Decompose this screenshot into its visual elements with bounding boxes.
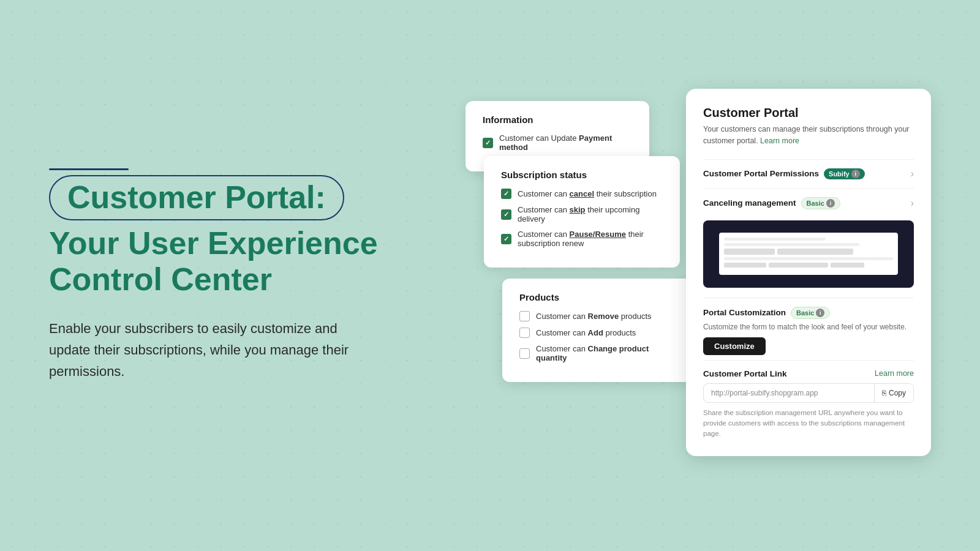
badge-basic-customization: Basic i (791, 307, 830, 319)
headline-part2: Your User Experience (49, 225, 378, 261)
permissions-text: Customer Portal Permissions (703, 169, 819, 178)
customize-button[interactable]: Customize (703, 337, 766, 355)
card-container: Information Customer can Update Payment … (466, 77, 931, 474)
preview-line-2 (724, 243, 859, 246)
prod-checkbox-3 (519, 348, 530, 359)
copy-icon: ⎘ (882, 389, 886, 397)
copy-label: Copy (889, 389, 906, 397)
prod-item-3-bold: Change product quantity (536, 344, 649, 362)
panel-subtitle: Your customers can manage their subscrip… (703, 124, 914, 147)
prod-item-1-text: Customer can Remove products (536, 312, 652, 321)
learn-more-link-subtitle[interactable]: Learn more (760, 137, 799, 145)
body-text: Enable your subscribers to easily custom… (49, 318, 368, 383)
portal-link-title: Customer Portal Link (703, 369, 787, 378)
badge-basic-canceling: Basic i (801, 197, 840, 209)
right-section: Information Customer can Update Payment … (466, 0, 931, 551)
portal-link-desc: Share the subscription management URL an… (703, 408, 914, 440)
prod-item-3-text: Customer can Change product quantity (536, 344, 681, 362)
prod-checkbox-1 (519, 311, 530, 321)
portal-cust-title: Portal Customization Basic i (703, 307, 914, 319)
headline-portal-box: Customer Portal: (49, 175, 344, 220)
preview-block-gray (777, 249, 853, 255)
preview-block-2b (769, 263, 828, 268)
panel-main: Customer Portal Your customers can manag… (686, 89, 931, 456)
portal-link-input[interactable] (704, 384, 874, 402)
sub-checkbox-3 (501, 234, 511, 244)
prod-checkbox-2 (519, 328, 530, 338)
copy-button[interactable]: ⎘ Copy (874, 384, 913, 402)
panel-title: Customer Portal (703, 106, 914, 120)
preview-line-3 (724, 257, 893, 260)
canceling-text: Canceling management (703, 198, 796, 208)
portal-cust-title-text: Portal Customization (703, 308, 786, 317)
card-info-title: Information (483, 114, 632, 125)
sub-item-1: Customer can cancel their subscription (501, 189, 663, 199)
panel-row-canceling[interactable]: Canceling management Basic i › (703, 188, 914, 218)
preview-row-1 (724, 249, 893, 255)
preview-block-2c (831, 263, 864, 268)
preview-block-green (724, 249, 775, 255)
sub-item-3: Customer can Pause/Resume their subscrip… (501, 230, 663, 248)
prod-item-2-bold: Add (588, 328, 603, 337)
sub-item-1-bold: cancel (570, 189, 594, 198)
prod-item-2: Customer can Add products (519, 328, 681, 338)
prod-item-3: Customer can Change product quantity (519, 344, 681, 362)
info-item-1-bold: Payment method (499, 133, 612, 152)
sub-item-2: Customer can skip their upcoming deliver… (501, 205, 663, 223)
basic-info-icon-cust: i (816, 309, 824, 317)
basic-info-icon-canceling: i (826, 199, 835, 208)
badge-basic-cust-text: Basic (796, 309, 814, 317)
panel-row-canceling-label: Canceling management Basic i (703, 197, 840, 209)
checkbox-checked-icon (483, 138, 493, 148)
sub-item-2-bold: skip (570, 205, 586, 214)
left-section: Customer Portal: Your User Experience Co… (49, 168, 429, 382)
panel-row-permissions-label: Customer Portal Permissions Subify i (703, 168, 865, 179)
preview-row-2 (724, 263, 893, 268)
headline-part1: Customer Portal: (67, 179, 326, 215)
portal-link-section: Customer Portal Link Learn more ⎘ Copy S… (703, 360, 914, 440)
prod-item-1: Customer can Remove products (519, 311, 681, 321)
prod-item-2-text: Customer can Add products (536, 328, 636, 337)
card-subscription: Subscription status Customer can cancel … (484, 156, 680, 268)
sub-item-1-text: Customer can cancel their subscription (518, 189, 657, 198)
sub-checkbox-2 (501, 209, 511, 220)
sub-checkbox-1 (501, 189, 511, 199)
page-content: Customer Portal: Your User Experience Co… (0, 0, 980, 551)
info-item-1-text: Customer can Update Payment method (499, 133, 632, 152)
subify-info-icon: i (851, 170, 860, 178)
badge-subify-text: Subify (829, 170, 850, 178)
preview-line-1 (724, 238, 826, 241)
portal-cust-desc: Customize the form to match the look and… (703, 323, 914, 331)
prod-item-1-bold: Remove (588, 312, 619, 321)
badge-basic-canceling-text: Basic (807, 200, 824, 207)
portal-link-header: Customer Portal Link Learn more (703, 369, 914, 378)
chevron-right-icon-canceling: › (911, 198, 914, 209)
headline-part3: Control Center (49, 261, 272, 297)
preview-inner (719, 233, 898, 275)
preview-block-2a (724, 263, 766, 268)
info-item-1: Customer can Update Payment method (483, 133, 632, 152)
card-products-title: Products (519, 292, 681, 302)
card-sub-title: Subscription status (501, 170, 663, 180)
chevron-right-icon-permissions: › (911, 168, 914, 179)
sub-item-2-text: Customer can skip their upcoming deliver… (518, 205, 663, 223)
sub-item-3-text: Customer can Pause/Resume their subscrip… (518, 230, 663, 248)
learn-more-link-portal[interactable]: Learn more (875, 369, 914, 378)
title-line-decoration (49, 168, 129, 170)
card-products: Products Customer can Remove products Cu… (502, 279, 698, 382)
badge-subify: Subify i (824, 168, 865, 179)
link-input-row: ⎘ Copy (703, 383, 914, 403)
portal-customization-section: Portal Customization Basic i Customize t… (703, 298, 914, 355)
panel-row-permissions[interactable]: Customer Portal Permissions Subify i › (703, 159, 914, 188)
headline-part2-3: Your User Experience Control Center (49, 225, 429, 299)
preview-area (703, 220, 914, 288)
sub-item-3-bold: Pause/Resume (570, 230, 627, 239)
